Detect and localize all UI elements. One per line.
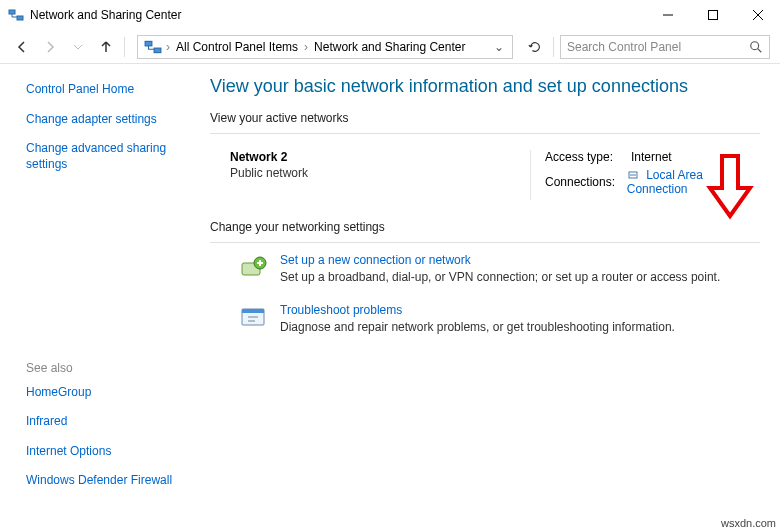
troubleshoot-link[interactable]: Troubleshoot problems bbox=[280, 303, 675, 317]
setup-connection-desc: Set up a broadband, dial-up, or VPN conn… bbox=[280, 270, 720, 284]
search-icon[interactable] bbox=[749, 40, 763, 54]
forward-button[interactable] bbox=[38, 35, 62, 59]
toolbar-separator bbox=[553, 37, 554, 57]
ethernet-icon bbox=[627, 170, 639, 182]
troubleshoot-item: Troubleshoot problems Diagnose and repai… bbox=[238, 303, 760, 335]
search-input[interactable] bbox=[567, 40, 745, 54]
network-center-icon bbox=[8, 7, 24, 23]
toolbar-separator bbox=[124, 37, 125, 57]
page-title: View your basic network information and … bbox=[210, 76, 760, 97]
breadcrumb[interactable]: › All Control Panel Items › Network and … bbox=[137, 35, 513, 59]
content-area: Control Panel Home Change adapter settin… bbox=[0, 64, 780, 515]
search-box[interactable] bbox=[560, 35, 770, 59]
change-settings-header: Change your networking settings bbox=[210, 220, 760, 234]
svg-rect-0 bbox=[9, 10, 15, 14]
sidebar-control-panel-home[interactable]: Control Panel Home bbox=[26, 82, 198, 98]
window-title: Network and Sharing Center bbox=[30, 8, 645, 22]
setup-connection-link[interactable]: Set up a new connection or network bbox=[280, 253, 720, 267]
back-button[interactable] bbox=[10, 35, 34, 59]
svg-rect-7 bbox=[154, 48, 161, 53]
access-type-label: Access type: bbox=[545, 150, 631, 164]
setup-connection-item: Set up a new connection or network Set u… bbox=[238, 253, 760, 285]
svg-rect-1 bbox=[17, 16, 23, 20]
titlebar: Network and Sharing Center bbox=[0, 0, 780, 30]
sidebar-change-adapter[interactable]: Change adapter settings bbox=[26, 112, 198, 128]
minimize-button[interactable] bbox=[645, 0, 690, 30]
main-panel: View your basic network information and … bbox=[210, 64, 780, 515]
chevron-down-icon[interactable]: ⌄ bbox=[490, 40, 508, 54]
source-watermark: wsxdn.com bbox=[721, 517, 776, 529]
toolbar: › All Control Panel Items › Network and … bbox=[0, 30, 780, 64]
close-button[interactable] bbox=[735, 0, 780, 30]
maximize-button[interactable] bbox=[690, 0, 735, 30]
access-type-value: Internet bbox=[631, 150, 672, 164]
see-also-header: See also bbox=[26, 361, 198, 375]
svg-rect-3 bbox=[708, 11, 717, 20]
svg-point-8 bbox=[751, 41, 759, 49]
sidebar-change-advanced[interactable]: Change advanced sharing settings bbox=[26, 141, 198, 172]
breadcrumb-root[interactable]: All Control Panel Items bbox=[172, 40, 302, 54]
sidebar: Control Panel Home Change adapter settin… bbox=[0, 64, 210, 515]
see-also-infrared[interactable]: Infrared bbox=[26, 414, 198, 430]
breadcrumb-current[interactable]: Network and Sharing Center bbox=[310, 40, 469, 54]
troubleshoot-desc: Diagnose and repair network problems, or… bbox=[280, 320, 675, 334]
recent-dropdown[interactable] bbox=[66, 35, 90, 59]
setup-connection-icon bbox=[238, 253, 270, 285]
divider bbox=[210, 133, 760, 134]
up-button[interactable] bbox=[94, 35, 118, 59]
troubleshoot-icon bbox=[238, 303, 270, 335]
active-networks-header: View your active networks bbox=[210, 111, 760, 125]
chevron-right-icon[interactable]: › bbox=[302, 40, 310, 54]
svg-rect-6 bbox=[145, 41, 152, 46]
see-also-homegroup[interactable]: HomeGroup bbox=[26, 385, 198, 401]
chevron-right-icon[interactable]: › bbox=[164, 40, 172, 54]
network-type: Public network bbox=[230, 166, 530, 180]
see-also-internet-options[interactable]: Internet Options bbox=[26, 444, 198, 460]
window-controls bbox=[645, 0, 780, 30]
refresh-button[interactable] bbox=[523, 35, 547, 59]
see-also-firewall[interactable]: Windows Defender Firewall bbox=[26, 473, 198, 489]
connections-label: Connections: bbox=[545, 175, 627, 189]
active-network-row: Network 2 Public network Access type: In… bbox=[210, 144, 760, 220]
svg-rect-17 bbox=[242, 309, 264, 313]
network-name: Network 2 bbox=[230, 150, 530, 164]
divider bbox=[210, 242, 760, 243]
network-center-icon bbox=[144, 38, 162, 56]
svg-line-9 bbox=[758, 48, 762, 52]
